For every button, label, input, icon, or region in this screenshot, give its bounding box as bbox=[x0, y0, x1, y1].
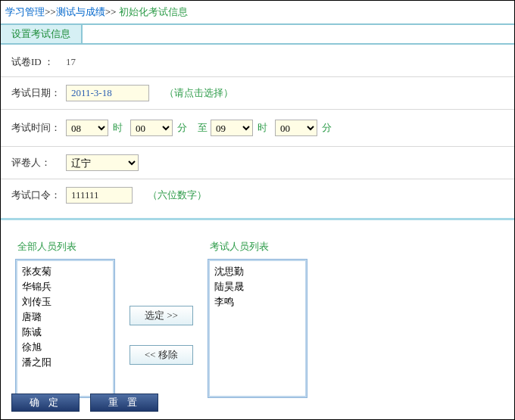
exam-date-input[interactable] bbox=[66, 85, 149, 101]
list-item[interactable]: 唐璐 bbox=[22, 310, 108, 325]
ok-button[interactable]: 确 定 bbox=[11, 394, 80, 412]
exam-date-label: 考试日期： bbox=[11, 86, 66, 100]
to-text: 至 bbox=[198, 117, 208, 138]
grader-label: 评卷人： bbox=[11, 156, 66, 170]
list-item[interactable]: 徐旭 bbox=[22, 340, 108, 355]
breadcrumb-l2[interactable]: 测试与成绩 bbox=[56, 6, 105, 17]
hour-suffix: 时 bbox=[113, 117, 123, 138]
row-exam-date: 考试日期： （请点击选择） bbox=[1, 77, 514, 110]
breadcrumb-current: 初始化考试信息 bbox=[119, 6, 188, 17]
breadcrumb-sep: >> bbox=[45, 6, 56, 17]
remove-button[interactable]: << 移除 bbox=[130, 345, 193, 365]
row-grader: 评卷人： 辽宁 bbox=[1, 147, 514, 179]
all-list-title: 全部人员列表 bbox=[16, 240, 114, 254]
end-hour-select[interactable]: 09 bbox=[211, 120, 253, 136]
hour-suffix: 时 bbox=[258, 117, 267, 138]
list-item[interactable]: 陈诚 bbox=[22, 325, 108, 340]
list-item[interactable]: 张友菊 bbox=[22, 264, 108, 279]
pin-hint: （六位数字） bbox=[148, 188, 207, 202]
start-hour-select[interactable]: 08 bbox=[66, 120, 108, 136]
reset-button[interactable]: 重 置 bbox=[90, 394, 158, 412]
tab-settings[interactable]: 设置考试信息 bbox=[1, 25, 83, 43]
row-pin: 考试口令： （六位数字） bbox=[1, 179, 514, 211]
select-button[interactable]: 选定 >> bbox=[130, 306, 193, 325]
breadcrumb: 学习管理>>测试与成绩>> 初始化考试信息 bbox=[1, 1, 514, 23]
min-suffix: 分 bbox=[177, 117, 187, 138]
min-suffix: 分 bbox=[322, 117, 332, 138]
grader-select[interactable]: 辽宁 bbox=[66, 154, 139, 171]
list-item[interactable]: 沈思勤 bbox=[214, 264, 301, 279]
all-people-listbox[interactable]: 张友菊华锦兵刘传玉唐璐陈诚徐旭潘之阳 bbox=[16, 260, 114, 397]
exam-people-listbox[interactable]: 沈思勤陆昊晟李鸣 bbox=[208, 260, 307, 397]
end-min-select[interactable]: 00 bbox=[275, 120, 317, 136]
exam-date-hint: （请点击选择） bbox=[164, 86, 233, 100]
breadcrumb-l1[interactable]: 学习管理 bbox=[5, 6, 45, 17]
paper-id-value: 17 bbox=[66, 56, 76, 68]
paper-id-label: 试卷ID ： bbox=[11, 55, 66, 69]
list-item[interactable]: 李鸣 bbox=[214, 294, 301, 310]
breadcrumb-sep: >> bbox=[105, 6, 117, 17]
list-item[interactable]: 华锦兵 bbox=[22, 279, 108, 294]
pin-input[interactable] bbox=[66, 187, 133, 204]
list-item[interactable]: 刘传玉 bbox=[22, 294, 108, 310]
row-exam-time: 考试时间： 08 时 00 分 至 09 时 00 分 bbox=[1, 110, 514, 147]
pin-label: 考试口令： bbox=[11, 188, 66, 202]
exam-time-label: 考试时间： bbox=[11, 121, 66, 135]
tab-bar: 设置考试信息 bbox=[1, 23, 514, 45]
exam-list-title: 考试人员列表 bbox=[208, 240, 307, 254]
list-item[interactable]: 陆昊晟 bbox=[214, 279, 301, 294]
start-min-select[interactable]: 00 bbox=[130, 120, 173, 136]
row-paper-id: 试卷ID ： 17 bbox=[1, 48, 514, 77]
list-item[interactable]: 潘之阳 bbox=[22, 355, 108, 370]
